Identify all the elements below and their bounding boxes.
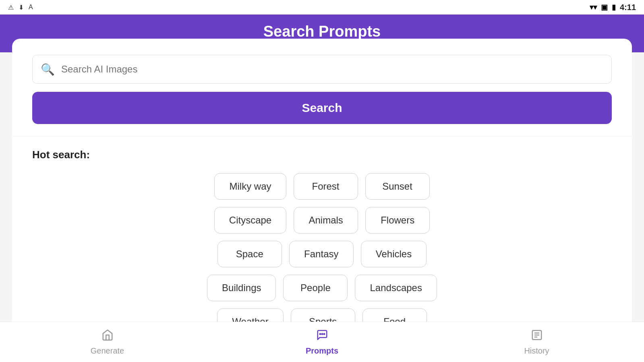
bottom-nav: Generate Prompts History	[0, 322, 644, 362]
svg-point-1	[319, 333, 321, 335]
status-bar-left: ⚠ ⬇ A	[8, 4, 33, 11]
nav-label-history: History	[524, 346, 549, 356]
tag-food[interactable]: Food	[362, 308, 427, 322]
tag-fantasy[interactable]: Fantasy	[289, 241, 354, 267]
nav-label-generate: Generate	[91, 346, 124, 356]
download-icon: ⬇	[19, 4, 24, 11]
home-icon	[101, 329, 114, 344]
tag-row-3: Buildings People Landscapes	[207, 275, 437, 301]
nav-item-generate[interactable]: Generate	[0, 329, 215, 356]
tag-buildings[interactable]: Buildings	[207, 275, 276, 301]
tag-people[interactable]: People	[283, 275, 348, 301]
hot-search-label: Hot search:	[32, 149, 612, 161]
tag-row-1: Cityscape Animals Flowers	[214, 207, 430, 234]
tag-sunset[interactable]: Sunset	[365, 173, 430, 200]
tag-landscapes[interactable]: Landscapes	[355, 275, 437, 301]
nav-item-history[interactable]: History	[429, 329, 644, 356]
tag-flowers[interactable]: Flowers	[365, 207, 430, 234]
tag-vehicles[interactable]: Vehicles	[361, 241, 427, 267]
tag-forest[interactable]: Forest	[294, 173, 358, 200]
divider	[12, 136, 632, 137]
tag-space[interactable]: Space	[217, 241, 282, 267]
nav-item-prompts[interactable]: Prompts	[215, 329, 429, 356]
status-bar: ⚠ ⬇ A ▾▾ ▣ ▮ 4:11	[0, 0, 644, 14]
tag-sports[interactable]: Sports	[291, 308, 355, 322]
signal-icon: ▣	[601, 3, 608, 12]
tag-row-2: Space Fantasy Vehicles	[217, 241, 427, 267]
tag-row-4: Weather Sports Food	[217, 308, 427, 322]
content-card: 🔍 Search Hot search: Milky way Forest Su…	[12, 39, 632, 322]
svg-point-2	[323, 333, 325, 335]
warning-icon: ⚠	[8, 4, 14, 11]
svg-point-0	[321, 333, 323, 335]
prompts-icon	[316, 329, 328, 344]
tag-weather[interactable]: Weather	[217, 308, 283, 322]
wifi-icon: ▾▾	[590, 3, 597, 12]
nav-label-prompts: Prompts	[306, 346, 338, 356]
font-icon: A	[29, 4, 33, 11]
status-bar-right: ▾▾ ▣ ▮ 4:11	[590, 3, 636, 12]
search-button[interactable]: Search	[32, 92, 612, 124]
search-icon: 🔍	[41, 63, 55, 76]
tag-grid: Milky way Forest Sunset Cityscape Animal…	[32, 173, 612, 322]
search-input-wrapper[interactable]: 🔍	[32, 55, 612, 84]
search-input[interactable]	[61, 64, 603, 75]
tag-cityscape[interactable]: Cityscape	[214, 207, 286, 234]
tag-animals[interactable]: Animals	[294, 207, 358, 234]
tag-row-0: Milky way Forest Sunset	[214, 173, 429, 200]
status-time: 4:11	[620, 3, 636, 12]
battery-icon: ▮	[612, 3, 616, 12]
tag-milky-way[interactable]: Milky way	[214, 173, 286, 200]
history-icon	[531, 329, 543, 344]
